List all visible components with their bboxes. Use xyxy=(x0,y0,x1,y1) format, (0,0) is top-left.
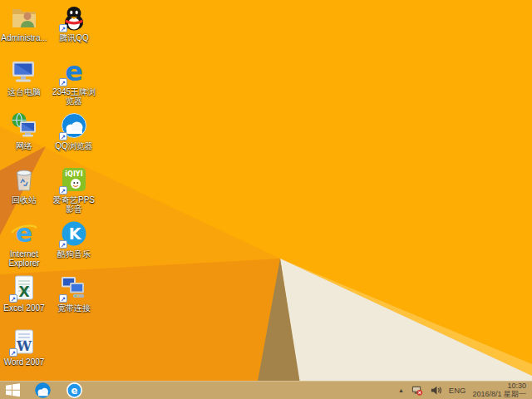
speaker-icon[interactable] xyxy=(430,384,442,397)
blue-e-browser-icon: e xyxy=(66,382,83,399)
svg-text:e: e xyxy=(71,384,78,396)
network-disconnected-icon[interactable] xyxy=(411,384,423,397)
shortcut-arrow-icon: ↗ xyxy=(59,294,67,303)
qq-penguin-icon: ↗ xyxy=(60,3,88,32)
shortcut-arrow-icon: ↗ xyxy=(59,132,67,140)
blue-e-browser-icon: e ↗ xyxy=(60,57,88,86)
shortcut-arrow-icon: ↗ xyxy=(9,294,17,303)
this-pc-icon xyxy=(10,57,38,86)
svg-text:W: W xyxy=(16,338,32,354)
icon-label: Excel 2007 xyxy=(3,303,44,313)
icon-label: Internet Explorer xyxy=(2,249,47,268)
desktop-icon-word-2007[interactable]: W ↗ Word 2007 xyxy=(2,328,47,382)
shortcut-arrow-icon: ↗ xyxy=(59,240,67,249)
icon-label: 腾讯QQ xyxy=(59,33,89,42)
internet-explorer-icon: e xyxy=(10,219,38,248)
icon-label: 爱奇艺PPS影音 xyxy=(52,195,96,214)
iqiyi-pps-icon: iQIYI ↗ xyxy=(60,165,88,194)
icon-label: Word 2007 xyxy=(4,357,45,367)
icon-label: 这台电脑 xyxy=(7,87,41,96)
icon-label: QQ浏览器 xyxy=(55,141,93,150)
taskbar-clock[interactable]: 10:30 2016/8/1 星期一 xyxy=(472,382,526,398)
icon-label: Administra... xyxy=(1,33,47,42)
taskbar: e ▲ E xyxy=(0,381,532,399)
broadband-connection-icon: ↗ xyxy=(60,273,88,302)
icon-label: 酷狗音乐 xyxy=(57,249,91,259)
recycle-bin-icon xyxy=(10,165,38,194)
svg-text:e: e xyxy=(65,57,83,86)
clock-date: 2016/8/1 星期一 xyxy=(472,390,526,398)
shortcut-arrow-icon: ↗ xyxy=(59,186,67,195)
desktop[interactable]: Administra... 这台电脑 xyxy=(0,0,532,399)
desktop-icon-qq-browser[interactable]: ↗ QQ浏览器 xyxy=(52,111,96,165)
icon-label: 网络 xyxy=(16,141,32,150)
desktop-icon-network[interactable]: 网络 xyxy=(2,111,47,165)
windows-logo-icon xyxy=(6,383,20,397)
shortcut-arrow-icon: ↗ xyxy=(9,348,17,357)
icon-column-1: Administra... 这台电脑 xyxy=(2,3,47,382)
svg-text:e: e xyxy=(16,219,32,248)
desktop-icon-grid: Administra... 这台电脑 xyxy=(2,3,96,382)
qq-browser-cloud-icon: ↗ xyxy=(60,111,88,140)
desktop-icon-kugou-music[interactable]: K ↗ 酷狗音乐 xyxy=(52,219,96,273)
word-icon: W ↗ xyxy=(10,328,38,356)
user-folder-icon xyxy=(10,3,38,32)
icon-column-2: ↗ 腾讯QQ e ↗ 2345王牌浏览器 xyxy=(52,3,96,328)
network-icon xyxy=(10,111,38,140)
icon-label: 回收站 xyxy=(12,195,37,204)
desktop-icon-2345-browser[interactable]: e ↗ 2345王牌浏览器 xyxy=(52,57,96,111)
kugou-k-icon: K ↗ xyxy=(60,219,88,248)
taskbar-left: e xyxy=(0,381,83,399)
svg-text:X: X xyxy=(18,283,29,300)
shortcut-arrow-icon: ↗ xyxy=(59,24,67,32)
excel-icon: X ↗ xyxy=(10,273,38,302)
desktop-icon-excel-2007[interactable]: X ↗ Excel 2007 xyxy=(2,273,47,328)
svg-text:iQIYI: iQIYI xyxy=(65,170,82,178)
desktop-icon-recycle-bin[interactable]: 回收站 xyxy=(2,165,47,219)
desktop-icon-tencent-qq[interactable]: ↗ 腾讯QQ xyxy=(52,3,96,57)
start-button[interactable] xyxy=(6,381,20,399)
shortcut-arrow-icon: ↗ xyxy=(59,78,67,86)
system-tray: ▲ ENG 10:30 2016/8/1 星期一 xyxy=(398,381,532,399)
language-indicator[interactable]: ENG xyxy=(449,386,466,395)
qq-browser-cloud-icon xyxy=(34,382,52,399)
taskbar-e-browser-button[interactable]: e xyxy=(66,381,83,399)
desktop-icon-administrator[interactable]: Administra... xyxy=(2,3,47,57)
desktop-icon-this-pc[interactable]: 这台电脑 xyxy=(2,57,47,111)
clock-time: 10:30 xyxy=(472,382,526,390)
svg-text:K: K xyxy=(69,224,82,243)
show-hidden-icons-button[interactable]: ▲ xyxy=(398,387,404,393)
icon-label: 宽带连接 xyxy=(57,303,91,313)
icon-label: 2345王牌浏览器 xyxy=(52,87,96,106)
desktop-icon-iqiyi-pps[interactable]: iQIYI ↗ 爱奇艺PPS影音 xyxy=(52,165,96,219)
taskbar-qq-browser-button[interactable] xyxy=(34,381,52,399)
desktop-icon-broadband-connection[interactable]: ↗ 宽带连接 xyxy=(52,273,96,328)
desktop-icon-internet-explorer[interactable]: e Internet Explorer xyxy=(2,219,47,273)
